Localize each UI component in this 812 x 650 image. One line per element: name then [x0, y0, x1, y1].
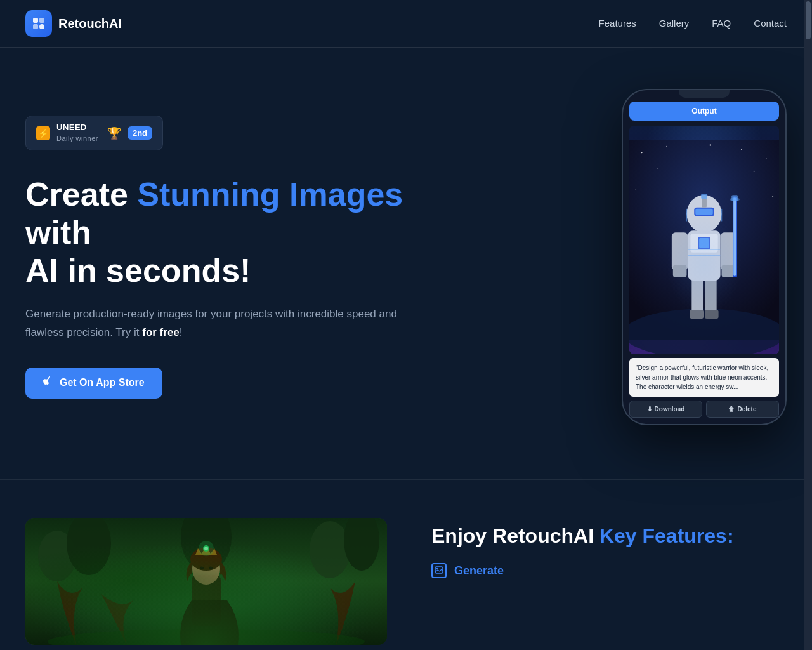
svg-point-44	[38, 531, 76, 581]
forest-image	[25, 518, 387, 645]
delete-button[interactable]: 🗑 Delete	[706, 401, 779, 418]
nav-contact[interactable]: Contact	[754, 18, 787, 29]
desc-plain: Generate production-ready images for you…	[25, 308, 397, 338]
badge-brand: UNEED	[56, 123, 98, 132]
phone-screen: Output	[623, 95, 785, 424]
lightning-icon: ⚡	[36, 126, 50, 140]
nav-gallery[interactable]: Gallery	[659, 18, 690, 29]
scrollbar-thumb[interactable]	[806, 1, 811, 39]
feature-generate: Generate	[431, 563, 787, 578]
phone-action-buttons: ⬇ Download 🗑 Delete	[623, 401, 785, 424]
svg-point-56	[209, 567, 213, 570]
app-store-button[interactable]: Get On App Store	[25, 368, 162, 399]
delete-icon: 🗑	[728, 406, 735, 413]
headline-plain: Create	[25, 176, 137, 213]
apple-icon	[43, 376, 53, 390]
svg-point-9	[710, 144, 711, 145]
features-heading-highlight: Key Features:	[599, 524, 734, 547]
svg-point-59	[436, 568, 438, 569]
svg-point-47	[344, 518, 379, 571]
delete-label: Delete	[737, 406, 756, 413]
hero-description: Generate production-ready images for you…	[25, 305, 419, 342]
svg-rect-50	[192, 575, 221, 626]
nav-faq[interactable]: FAQ	[712, 18, 731, 29]
app-store-label: Get On App Store	[60, 377, 145, 388]
forest-image-container	[25, 518, 406, 645]
svg-point-45	[67, 518, 111, 575]
phone-output-tab: Output	[629, 102, 779, 121]
svg-point-14	[629, 308, 779, 354]
phone-notch	[679, 90, 730, 98]
download-label: Download	[655, 406, 685, 413]
features-heading: Enjoy RetouchAI Key Features:	[431, 524, 787, 548]
svg-point-13	[772, 196, 773, 197]
prompt-text: "Design a powerful, futuristic warrior w…	[636, 364, 768, 390]
badge-subtitle: Daily winner	[56, 135, 98, 142]
svg-point-54	[204, 547, 208, 550]
generate-label: Generate	[454, 564, 504, 578]
hero-headline: Create Stunning Images withAI in seconds…	[25, 176, 419, 289]
logo-icon	[25, 10, 52, 37]
svg-point-8	[766, 158, 768, 159]
svg-point-32	[730, 197, 740, 201]
svg-point-3	[39, 24, 44, 29]
svg-point-7	[741, 149, 742, 150]
download-icon: ⬇	[647, 406, 652, 413]
svg-rect-42	[25, 518, 387, 645]
features-heading-plain: Enjoy RetouchAI	[431, 524, 599, 547]
svg-rect-36	[695, 209, 713, 215]
svg-point-55	[200, 567, 204, 570]
scrollbar[interactable]	[804, 0, 812, 650]
download-button[interactable]: ⬇ Download	[629, 401, 702, 418]
desc-end: !	[180, 326, 183, 338]
svg-rect-0	[33, 18, 38, 23]
phone-prompt: "Design a powerful, futuristic warrior w…	[629, 358, 779, 397]
desc-bold: for free	[142, 326, 180, 338]
features-content: Enjoy RetouchAI Key Features: Generate	[431, 518, 787, 645]
svg-point-11	[754, 171, 755, 172]
headline-highlight: Stunning Images	[137, 176, 403, 213]
svg-point-57	[199, 541, 214, 556]
svg-point-53	[203, 545, 209, 552]
phone-mockup: Output	[622, 89, 787, 425]
badge-rank: 2nd	[128, 126, 152, 140]
headline-rest: withAI in seconds!	[25, 214, 251, 289]
svg-rect-40	[701, 194, 707, 199]
svg-point-10	[657, 168, 658, 168]
generate-icon	[431, 563, 447, 578]
svg-rect-1	[39, 18, 44, 23]
svg-point-48	[181, 518, 232, 572]
svg-point-52	[190, 548, 222, 571]
phone-mockup-container: Output	[622, 89, 787, 425]
svg-point-51	[192, 553, 220, 585]
svg-rect-2	[33, 24, 38, 29]
svg-point-6	[666, 146, 667, 147]
svg-point-49	[48, 629, 365, 645]
svg-point-12	[635, 190, 636, 191]
svg-rect-43	[25, 518, 387, 645]
features-section: Enjoy RetouchAI Key Features: Generate	[0, 480, 812, 650]
nav-features[interactable]: Features	[599, 18, 636, 29]
logo[interactable]: RetouchAI	[25, 10, 122, 37]
svg-point-46	[310, 521, 350, 578]
svg-point-41	[667, 215, 742, 315]
award-badge: ⚡ UNEED Daily winner 🏆 2nd	[25, 116, 163, 150]
trophy-icon: 🏆	[107, 126, 121, 140]
svg-point-5	[641, 152, 643, 153]
phone-image-area	[629, 126, 779, 354]
brand-name: RetouchAI	[58, 17, 122, 31]
